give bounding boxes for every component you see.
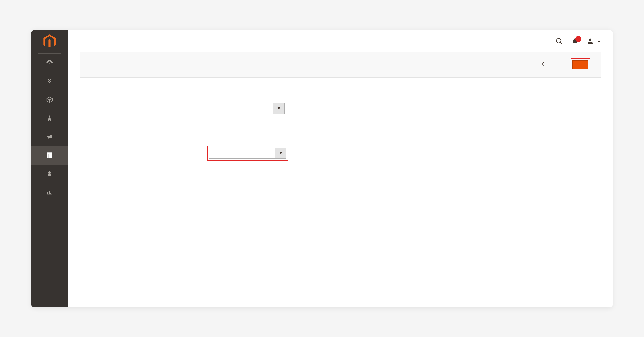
- section-title: [80, 131, 601, 136]
- save-configuration-button[interactable]: [572, 60, 588, 69]
- app-frame: [31, 30, 613, 308]
- chevron-down-icon: [278, 107, 280, 109]
- person-icon: [45, 114, 54, 122]
- section-title: [80, 88, 601, 93]
- applied-theme-select[interactable]: [207, 103, 284, 114]
- field-label: [80, 146, 200, 148]
- magento-logo-icon: [43, 34, 56, 49]
- action-bar: [80, 52, 601, 78]
- search-icon[interactable]: [556, 38, 563, 46]
- select-value: [207, 103, 273, 114]
- section-amp-theme: [80, 131, 601, 164]
- notifications-button[interactable]: [572, 38, 579, 46]
- save-config-highlight: [570, 58, 590, 71]
- megaphone-icon: [45, 132, 54, 141]
- admin-sidebar: [31, 30, 68, 308]
- box-icon: [45, 96, 54, 104]
- select-caret[interactable]: [275, 148, 286, 159]
- nav-catalog[interactable]: [31, 91, 68, 109]
- nav-content[interactable]: [31, 146, 68, 165]
- user-menu[interactable]: [587, 38, 601, 46]
- select-caret[interactable]: [273, 103, 284, 114]
- chevron-down-icon: [279, 152, 282, 154]
- select-value: [209, 148, 275, 159]
- section-default-theme: [80, 88, 601, 118]
- header-actions: [556, 38, 601, 46]
- bell-icon: [572, 42, 579, 46]
- field-control: [207, 146, 601, 164]
- user-icon: [587, 38, 594, 46]
- field-control: [207, 103, 601, 118]
- svg-marker-2: [48, 39, 50, 47]
- layout-icon: [45, 151, 54, 160]
- amp-theme-select-highlight: [207, 146, 288, 161]
- bar-chart-icon: [45, 188, 54, 196]
- action-buttons: [541, 58, 590, 71]
- arrow-left-icon: [541, 61, 547, 68]
- tree-icon: [45, 170, 54, 178]
- chevron-down-icon: [598, 41, 601, 43]
- nav-dashboard[interactable]: [31, 54, 68, 72]
- nav-sales[interactable]: [31, 72, 68, 91]
- dollar-icon: [45, 77, 54, 86]
- nav-marketing[interactable]: [31, 128, 68, 146]
- logo[interactable]: [38, 34, 62, 54]
- field-label: [80, 103, 200, 105]
- form-row: [80, 146, 601, 164]
- amp-applied-theme-select[interactable]: [209, 148, 286, 159]
- page-header: [68, 30, 613, 52]
- form-content: [68, 78, 613, 188]
- notification-badge: [575, 36, 581, 42]
- nav-customers[interactable]: [31, 109, 68, 128]
- nav-plumrocket[interactable]: [31, 165, 68, 183]
- main-content: [68, 30, 613, 308]
- nav-reports[interactable]: [31, 183, 68, 202]
- back-button[interactable]: [541, 61, 550, 68]
- gauge-icon: [45, 58, 54, 67]
- form-row: [80, 103, 601, 118]
